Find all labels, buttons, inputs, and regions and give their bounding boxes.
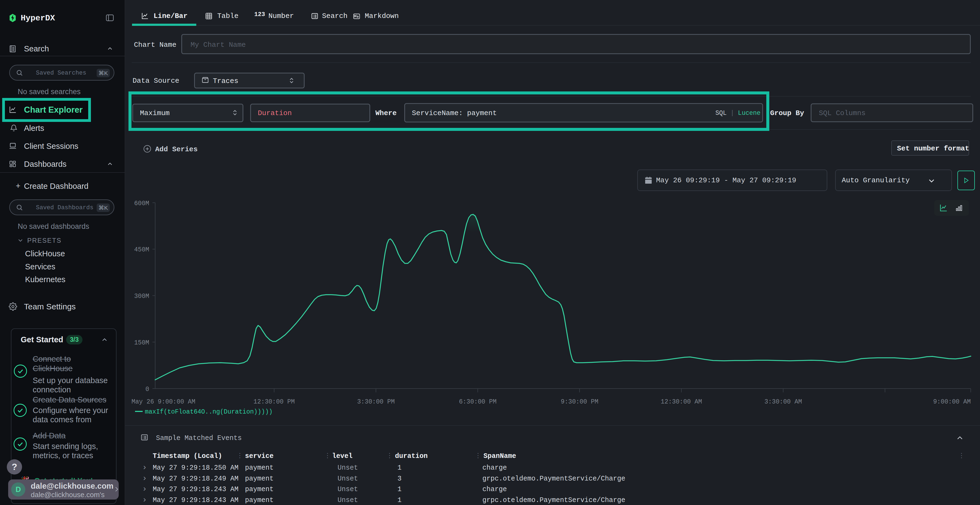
svg-text:150M: 150M	[134, 339, 149, 346]
svg-text:6:30:00 PM: 6:30:00 PM	[459, 399, 496, 405]
svg-text:600M: 600M	[134, 200, 149, 207]
svg-text:12:30:00 PM: 12:30:00 PM	[253, 399, 295, 405]
svg-text:3:30:00 AM: 3:30:00 AM	[764, 399, 802, 405]
svg-text:3:30:00 PM: 3:30:00 PM	[357, 399, 395, 405]
svg-text:9:00:00 AM: 9:00:00 AM	[933, 399, 971, 405]
svg-text:9:30:00 PM: 9:30:00 PM	[561, 399, 598, 405]
svg-text:0: 0	[145, 386, 149, 393]
svg-text:12:30:00 AM: 12:30:00 AM	[661, 399, 702, 405]
svg-text:maxIf(toFloat64O..ng(Duration): maxIf(toFloat64O..ng(Duration)))))	[145, 408, 272, 416]
svg-text:May 26 9:00:00 AM: May 26 9:00:00 AM	[132, 399, 196, 405]
svg-text:300M: 300M	[134, 293, 149, 300]
svg-text:450M: 450M	[134, 246, 149, 253]
